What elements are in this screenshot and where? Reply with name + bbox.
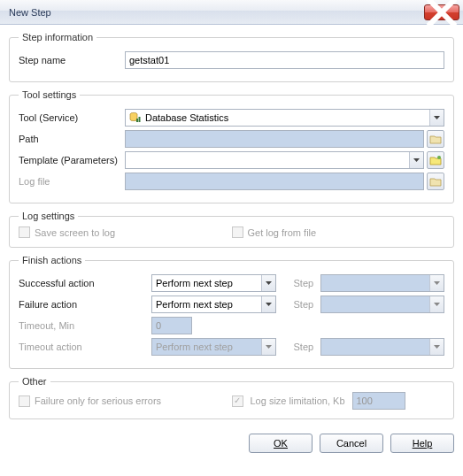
template-combo[interactable]: [125, 151, 424, 169]
finish-actions-group: Finish actions Successful action Perform…: [9, 255, 454, 369]
step-information-legend: Step information: [19, 32, 96, 42]
timeout-input: [151, 317, 192, 334]
tool-label: Tool (Service): [19, 112, 125, 123]
tool-settings-group: Tool settings Tool (Service) Database St…: [9, 89, 454, 203]
folder-open-icon: [429, 154, 442, 166]
ok-button[interactable]: OK: [249, 434, 313, 453]
chevron-down-icon: [261, 296, 275, 312]
timeout-step-combo: [320, 338, 445, 356]
folder-icon: [429, 133, 442, 145]
path-label: Path: [19, 134, 125, 144]
failure-action-label: Failure action: [19, 299, 151, 310]
chevron-down-icon: [429, 339, 444, 355]
database-statistics-icon: [129, 111, 142, 124]
template-browse-button[interactable]: [427, 151, 444, 169]
cancel-button[interactable]: Cancel: [320, 434, 383, 453]
finish-actions-legend: Finish actions: [19, 255, 85, 265]
tool-settings-legend: Tool settings: [19, 89, 80, 100]
chevron-down-icon: [429, 275, 444, 291]
serious-errors-checkbox: [19, 395, 30, 407]
svg-rect-1: [136, 119, 138, 122]
save-screen-checkbox: [19, 226, 30, 238]
chevron-down-icon: [261, 275, 275, 291]
step-name-label: Step name: [19, 55, 125, 65]
folder-icon: [429, 175, 442, 188]
tool-combo[interactable]: Database Statistics: [125, 109, 444, 127]
step-name-input[interactable]: [125, 51, 444, 69]
chevron-down-icon: [409, 152, 423, 168]
timeout-action-value: Perform next step: [156, 342, 233, 352]
step-information-group: Step information Step name: [9, 32, 454, 82]
close-icon: [425, 0, 459, 29]
timeout-action-label: Timeout action: [19, 342, 151, 352]
failure-step-combo: [320, 296, 445, 313]
failure-step-label: Step: [276, 299, 320, 310]
svg-rect-2: [139, 117, 141, 122]
timeout-action-combo: Perform next step: [151, 338, 276, 356]
template-label: Template (Parameters): [19, 155, 125, 165]
tool-value: Database Statistics: [145, 112, 228, 123]
path-input: [125, 130, 424, 148]
success-action-label: Successful action: [19, 278, 151, 288]
success-action-combo[interactable]: Perform next step: [151, 274, 276, 292]
logsize-checkbox: [232, 395, 243, 407]
chevron-down-icon: [261, 339, 275, 355]
path-browse-button[interactable]: [427, 130, 444, 148]
success-step-combo: [320, 274, 445, 292]
get-log-checkbox: [232, 226, 243, 238]
save-screen-label: Save screen to log: [35, 227, 115, 238]
timeout-label: Timeout, Min: [19, 320, 151, 331]
log-settings-group: Log settings Save screen to log Get log …: [9, 211, 454, 248]
failure-action-combo[interactable]: Perform next step: [151, 296, 276, 313]
success-action-value: Perform next step: [156, 278, 233, 288]
failure-action-value: Perform next step: [156, 299, 233, 310]
chevron-down-icon: [429, 110, 444, 126]
other-group: Other Failure only for serious errors Lo…: [9, 376, 454, 419]
timeout-step-label: Step: [276, 342, 320, 352]
button-bar: OK Cancel Help: [0, 432, 463, 455]
logfile-browse-button[interactable]: [427, 173, 444, 190]
close-button[interactable]: [424, 4, 459, 20]
window-title: New Step: [9, 7, 424, 18]
chevron-down-icon: [429, 296, 444, 312]
titlebar: New Step: [0, 0, 463, 25]
other-legend: Other: [19, 376, 50, 387]
serious-errors-label: Failure only for serious errors: [35, 395, 161, 406]
get-log-label: Get log from file: [248, 227, 317, 238]
success-step-label: Step: [276, 278, 320, 288]
logsize-label: Log size limitation, Kb: [251, 395, 345, 406]
log-settings-legend: Log settings: [19, 211, 78, 221]
svg-point-3: [437, 156, 441, 159]
logsize-input: [352, 392, 405, 410]
help-button[interactable]: Help: [390, 434, 454, 453]
logfile-input: [125, 173, 424, 190]
logfile-label: Log file: [19, 176, 125, 187]
